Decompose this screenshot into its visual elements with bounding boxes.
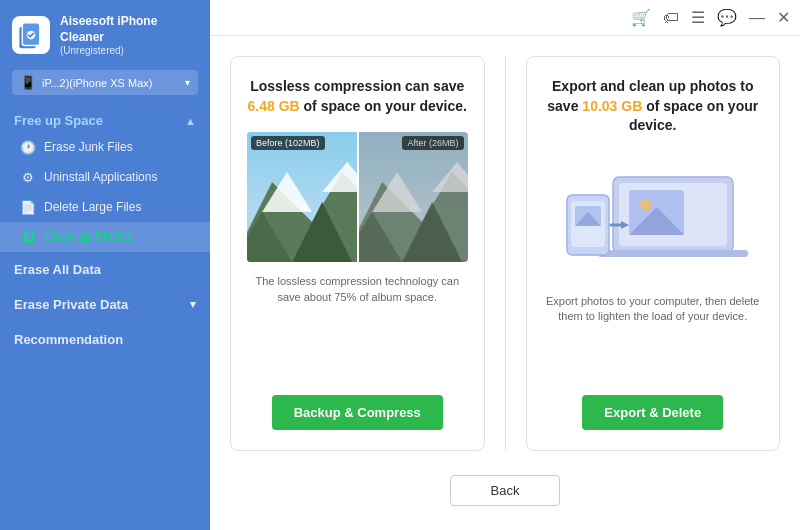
before-after-image: Before (102MB) — [247, 132, 468, 262]
ba-divider — [357, 132, 359, 262]
minimize-icon[interactable]: — — [749, 9, 765, 27]
erase-private-label: Erase Private Data — [14, 297, 128, 312]
settings-icon: ⚙ — [20, 169, 36, 185]
card-divider — [505, 56, 506, 451]
backup-compress-button[interactable]: Backup & Compress — [272, 395, 443, 430]
compress-description: The lossless compression technology can … — [247, 274, 468, 305]
erase-all-label: Erase All Data — [14, 262, 101, 277]
back-button[interactable]: Back — [450, 475, 561, 506]
bottom-bar: Back — [230, 467, 780, 520]
app-logo — [12, 16, 50, 54]
sidebar-item-erase-all[interactable]: Erase All Data — [0, 252, 210, 287]
content-area: Lossless compression can save 6.48 GB of… — [210, 36, 800, 530]
export-card: Export and clean up photos to save 10.03… — [526, 56, 781, 451]
export-highlight: 10.03 GB — [582, 98, 642, 114]
app-name: Aiseesoft iPhone Cleaner — [60, 14, 198, 45]
sidebar-item-clean-photos[interactable]: 🖼 Clean up Photos — [0, 222, 210, 252]
sidebar-item-label: Uninstall Applications — [44, 170, 157, 184]
after-label: After (26MB) — [402, 136, 463, 150]
device-name: iP...2)(iPhone XS Max) — [42, 77, 179, 89]
sidebar-item-delete-large[interactable]: 📄 Delete Large Files — [0, 192, 210, 222]
svg-point-19 — [640, 199, 652, 211]
titlebar: 🛒 🏷 ☰ 💬 — ✕ — [210, 0, 800, 36]
image-icon: 🖼 — [20, 229, 36, 245]
export-card-title: Export and clean up photos to save 10.03… — [543, 77, 764, 136]
chat-icon[interactable]: 💬 — [717, 8, 737, 27]
compress-title-suffix: of space on your device. — [304, 98, 467, 114]
tag-icon[interactable]: 🏷 — [663, 9, 679, 27]
close-icon[interactable]: ✕ — [777, 8, 790, 27]
main-content: 🛒 🏷 ☰ 💬 — ✕ Lossless compression can sav… — [210, 0, 800, 530]
sidebar-item-erase-private[interactable]: Erase Private Data ▾ — [0, 287, 210, 322]
compress-card: Lossless compression can save 6.48 GB of… — [230, 56, 485, 451]
compress-card-title: Lossless compression can save 6.48 GB of… — [248, 77, 467, 116]
svg-rect-20 — [598, 250, 748, 257]
sidebar-item-label: Delete Large Files — [44, 200, 141, 214]
sidebar-item-uninstall[interactable]: ⚙ Uninstall Applications — [0, 162, 210, 192]
sidebar: Aiseesoft iPhone Cleaner (Unregistered) … — [0, 0, 210, 530]
options-row: Lossless compression can save 6.48 GB of… — [230, 56, 780, 451]
sidebar-header: Aiseesoft iPhone Cleaner (Unregistered) — [0, 0, 210, 66]
sidebar-item-erase-junk[interactable]: 🕐 Erase Junk Files — [0, 132, 210, 162]
after-image: After (26MB) — [357, 132, 467, 262]
export-illustration — [543, 152, 764, 282]
phone-icon: 📱 — [20, 75, 36, 90]
menu-icon[interactable]: ☰ — [691, 8, 705, 27]
before-image: Before (102MB) — [247, 132, 357, 262]
recommendation-label: Recommendation — [14, 332, 123, 347]
free-up-section-header[interactable]: Free up Space ▲ — [0, 105, 210, 132]
device-selector[interactable]: 📱 iP...2)(iPhone XS Max) ▾ — [12, 70, 198, 95]
sidebar-item-recommendation[interactable]: Recommendation — [0, 322, 210, 357]
export-delete-button[interactable]: Export & Delete — [582, 395, 723, 430]
compress-highlight: 6.48 GB — [248, 98, 300, 114]
free-up-section: Free up Space ▲ 🕐 Erase Junk Files ⚙ Uni… — [0, 105, 210, 252]
file-icon: 📄 — [20, 199, 36, 215]
export-description: Export photos to your computer, then del… — [543, 294, 764, 325]
export-title-suffix: of space on your device. — [629, 98, 758, 134]
free-up-label: Free up Space — [14, 113, 103, 128]
app-title-block: Aiseesoft iPhone Cleaner (Unregistered) — [60, 14, 198, 56]
compress-title-prefix: Lossless compression can save — [250, 78, 464, 94]
app-status: (Unregistered) — [60, 45, 198, 56]
clock-icon: 🕐 — [20, 139, 36, 155]
before-label: Before (102MB) — [251, 136, 325, 150]
chevron-right-icon: ▾ — [190, 298, 196, 311]
section-arrow-up: ▲ — [185, 115, 196, 127]
chevron-down-icon: ▾ — [185, 77, 190, 88]
sidebar-item-label: Clean up Photos — [44, 230, 133, 244]
cart-icon[interactable]: 🛒 — [631, 8, 651, 27]
sidebar-item-label: Erase Junk Files — [44, 140, 133, 154]
